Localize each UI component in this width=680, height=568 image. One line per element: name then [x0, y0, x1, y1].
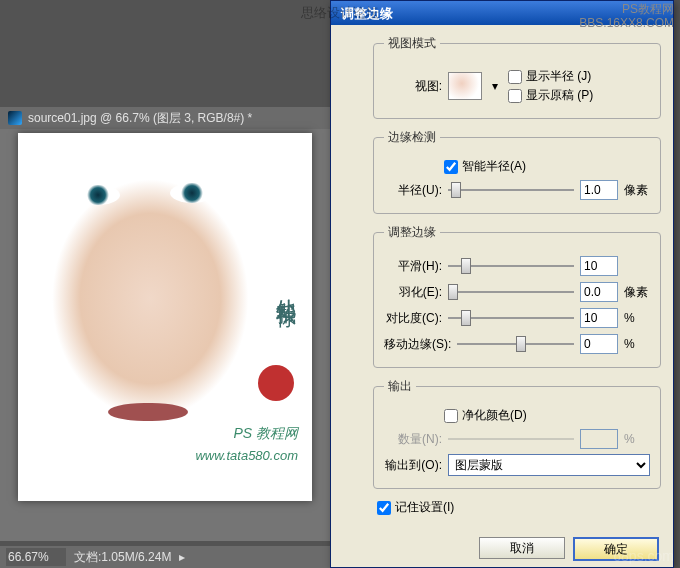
remember-settings-checkbox[interactable]	[377, 501, 391, 515]
radius-unit: 像素	[624, 182, 650, 199]
canvas-area[interactable]: 他处 我帮 你 PS 教程网 www.tata580.com	[0, 129, 330, 541]
view-dropdown-chevron-icon[interactable]: ▾	[488, 79, 502, 93]
feather-label: 羽化(E):	[384, 284, 442, 301]
remember-settings-label: 记住设置(I)	[395, 499, 454, 516]
shift-edge-input[interactable]	[580, 334, 618, 354]
document-tab[interactable]: source01.jpg @ 66.7% (图层 3, RGB/8#) *	[0, 107, 330, 129]
adjust-edge-group: 调整边缘 平滑(H): 羽化(E): 像素 对比度(C): % 移动边缘(S):	[373, 224, 661, 368]
output-legend: 输出	[384, 378, 416, 395]
contrast-unit: %	[624, 311, 650, 325]
refine-edge-dialog: 调整边缘 视图模式 视图: ▾ 显示半径 (J) 显示原稿 (P)	[330, 0, 674, 568]
view-mode-group: 视图模式 视图: ▾ 显示半径 (J) 显示原稿 (P)	[373, 35, 661, 119]
dialog-footer: 取消 确定	[331, 537, 673, 561]
output-group: 输出 净化颜色(D) 数量(N): % 输出到(O): 图层蒙版	[373, 378, 661, 489]
dialog-body: 视图模式 视图: ▾ 显示半径 (J) 显示原稿 (P) 边缘检	[331, 25, 673, 529]
decontaminate-label: 净化颜色(D)	[462, 407, 527, 424]
eye-left	[76, 185, 120, 205]
output-to-select[interactable]: 图层蒙版	[448, 454, 650, 476]
ok-button[interactable]: 确定	[573, 537, 659, 561]
smart-radius-label: 智能半径(A)	[462, 158, 526, 175]
feather-input[interactable]	[580, 282, 618, 302]
show-original-checkbox[interactable]	[508, 89, 522, 103]
radius-input[interactable]	[580, 180, 618, 200]
show-radius-label: 显示半径 (J)	[526, 68, 591, 85]
show-original-label: 显示原稿 (P)	[526, 87, 593, 104]
view-label: 视图:	[384, 78, 442, 95]
watermark-seal	[258, 365, 294, 401]
amount-label: 数量(N):	[384, 431, 442, 448]
shift-edge-slider[interactable]	[457, 335, 574, 353]
cancel-button[interactable]: 取消	[479, 537, 565, 559]
smooth-slider[interactable]	[448, 257, 574, 275]
status-bar: 66.67% 文档:1.05M/6.24M ▸	[0, 546, 330, 568]
shift-edge-unit: %	[624, 337, 650, 351]
contrast-label: 对比度(C):	[384, 310, 442, 327]
watermark-ps: PS 教程网	[233, 425, 298, 443]
status-chevron-icon[interactable]: ▸	[179, 550, 185, 564]
mouth	[108, 403, 188, 421]
photoshop-icon	[8, 111, 22, 125]
zoom-field[interactable]: 66.67%	[6, 548, 66, 566]
status-info: 文档:1.05M/6.24M	[74, 549, 171, 566]
show-radius-checkbox[interactable]	[508, 70, 522, 84]
smooth-label: 平滑(H):	[384, 258, 442, 275]
contrast-slider[interactable]	[448, 309, 574, 327]
canvas: 他处 我帮 你 PS 教程网 www.tata580.com	[18, 133, 312, 501]
amount-slider	[448, 430, 574, 448]
decontaminate-checkbox[interactable]	[444, 409, 458, 423]
amount-input	[580, 429, 618, 449]
adjust-edge-legend: 调整边缘	[384, 224, 440, 241]
feather-unit: 像素	[624, 284, 650, 301]
view-mode-legend: 视图模式	[384, 35, 440, 52]
view-thumbnail[interactable]	[448, 72, 482, 100]
watermark-chinese: 他处 我帮 你	[273, 283, 300, 293]
radius-label: 半径(U):	[384, 182, 442, 199]
smart-radius-checkbox[interactable]	[444, 160, 458, 174]
dialog-title: 调整边缘	[331, 1, 673, 25]
output-to-label: 输出到(O):	[384, 457, 442, 474]
contrast-input[interactable]	[580, 308, 618, 328]
edge-detection-group: 边缘检测 智能半径(A) 半径(U): 像素	[373, 129, 661, 214]
smooth-input[interactable]	[580, 256, 618, 276]
eye-right	[170, 183, 214, 203]
document-tab-label: source01.jpg @ 66.7% (图层 3, RGB/8#) *	[28, 110, 252, 127]
radius-slider[interactable]	[448, 181, 574, 199]
face-image	[18, 133, 312, 501]
edge-detection-legend: 边缘检测	[384, 129, 440, 146]
shift-edge-label: 移动边缘(S):	[384, 336, 451, 353]
feather-slider[interactable]	[448, 283, 574, 301]
watermark-url: www.tata580.com	[195, 448, 298, 463]
amount-unit: %	[624, 432, 650, 446]
